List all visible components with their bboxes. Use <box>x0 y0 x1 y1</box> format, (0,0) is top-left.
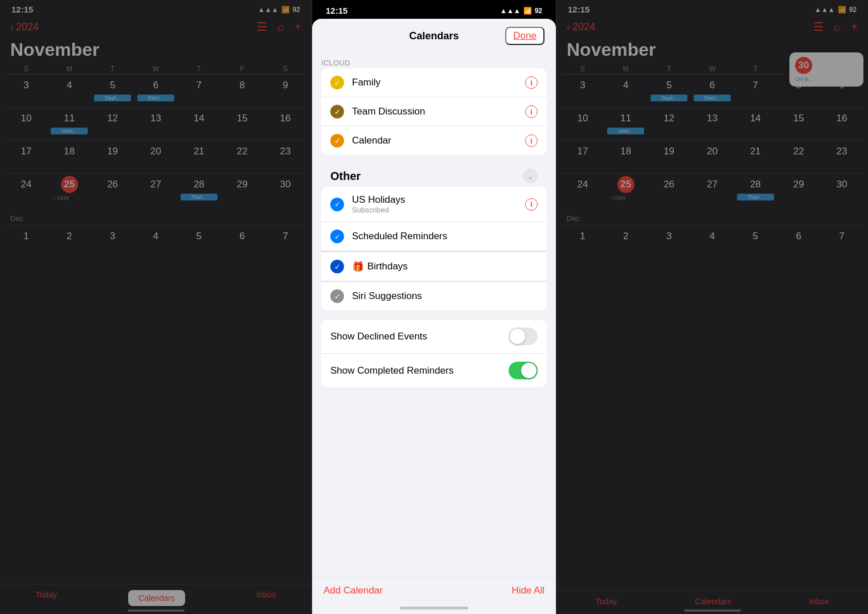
cal-cell[interactable]: 16 <box>820 108 863 140</box>
cal-cell[interactable]: 14 <box>177 108 220 140</box>
cal-cell[interactable]: 4 <box>134 226 178 258</box>
cal-cell[interactable]: 28Than... <box>734 174 777 206</box>
cal-cell[interactable]: 6Elect... <box>134 75 178 107</box>
cal-cell[interactable]: 6Elect... <box>691 75 734 107</box>
left-search-icon[interactable]: ⌕ <box>277 21 284 34</box>
cal-cell[interactable]: 29 <box>777 174 820 206</box>
cal-cell[interactable]: 10 <box>561 108 604 140</box>
cal-cell[interactable]: 1 <box>561 226 604 258</box>
cal-cell[interactable]: 7 <box>177 75 220 107</box>
left-layers-icon[interactable]: ☰ <box>257 20 267 34</box>
cal-cell[interactable]: 28Than... <box>177 174 220 206</box>
list-item-family[interactable]: ✓ Family i <box>321 68 547 97</box>
cal-cell[interactable]: 29 <box>220 174 264 206</box>
cal-cell[interactable]: 19 <box>648 141 691 173</box>
right-layers-icon[interactable]: ☰ <box>813 20 824 34</box>
tab-today-right[interactable]: Today <box>596 597 617 606</box>
cal-cell-today-right[interactable]: 25Lizzy <box>604 174 648 206</box>
cal-cell[interactable]: 23 <box>264 141 307 173</box>
cal-cell[interactable]: 15 <box>220 108 264 140</box>
cal-cell[interactable]: 2 <box>48 226 91 258</box>
cal-cell[interactable]: 10 <box>5 108 48 140</box>
list-item-calendar[interactable]: ✓ Calendar i <box>321 126 547 155</box>
cal-cell[interactable]: 18 <box>48 141 91 173</box>
cal-cell[interactable]: 11Veter... <box>604 108 648 140</box>
cal-cell[interactable]: 3 <box>5 75 48 107</box>
cal-cell[interactable]: 20 <box>134 141 178 173</box>
done-button[interactable]: Done <box>505 27 544 45</box>
declined-events-toggle[interactable] <box>509 328 538 345</box>
cal-cell[interactable]: 4 <box>48 75 91 107</box>
left-back-year[interactable]: ‹ 2024 <box>10 21 39 33</box>
cal-cell[interactable]: 5 <box>177 226 220 258</box>
cal-cell[interactable]: 6 <box>777 226 820 258</box>
cal-cell[interactable]: 27 <box>134 174 178 206</box>
list-item-birthdays[interactable]: ✓ 🎁 Birthdays <box>321 251 547 282</box>
cal-cell[interactable]: 5Dayli... <box>91 75 134 107</box>
cal-cell[interactable]: 23 <box>820 141 863 173</box>
cal-cell-today[interactable]: 25Lizzy <box>48 174 91 206</box>
cal-cell[interactable]: 17 <box>5 141 48 173</box>
cal-cell-30[interactable]: 30 30 Om B... <box>820 174 863 206</box>
cal-cell[interactable]: 30 <box>264 174 307 206</box>
tab-today-left[interactable]: Today <box>36 590 57 606</box>
list-item-siri-suggestions[interactable]: ✓ Siri Suggestions <box>321 282 547 310</box>
cal-cell[interactable]: 24 <box>561 174 604 206</box>
cal-cell[interactable]: 17 <box>561 141 604 173</box>
right-add-icon[interactable]: + <box>851 21 858 34</box>
family-info-icon[interactable]: i <box>525 76 538 89</box>
left-add-icon[interactable]: + <box>294 21 301 34</box>
completed-reminders-toggle[interactable] <box>509 362 538 379</box>
cal-cell[interactable]: 21 <box>177 141 220 173</box>
cal-cell[interactable]: 22 <box>777 141 820 173</box>
cal-cell[interactable]: 21 <box>734 141 777 173</box>
list-item-us-holidays[interactable]: ✓ US Holidays Subscribed i <box>321 187 547 222</box>
cal-cell[interactable]: 8 <box>220 75 264 107</box>
list-item-team-discussion[interactable]: ✓ Team Discussion i <box>321 97 547 126</box>
cal-cell[interactable]: 9 <box>264 75 307 107</box>
tab-calendars-left[interactable]: Calendars <box>128 590 185 606</box>
cal-cell[interactable]: 1 <box>5 226 48 258</box>
cal-cell[interactable]: 4 <box>604 75 648 107</box>
cal-cell[interactable]: 7 <box>820 226 863 258</box>
hide-all-button[interactable]: Hide All <box>511 585 544 596</box>
us-holidays-info-icon[interactable]: i <box>525 198 538 211</box>
cal-cell[interactable]: 7 <box>734 75 777 107</box>
cal-cell[interactable]: 13 <box>134 108 178 140</box>
other-chevron[interactable]: ⌄ <box>523 169 538 183</box>
tab-calendars-right[interactable]: Calendars <box>695 597 731 606</box>
tab-inbox-left[interactable]: Inbox <box>256 590 276 606</box>
cal-cell[interactable]: 12 <box>648 108 691 140</box>
cal-cell[interactable]: 5 <box>734 226 777 258</box>
cal-cell[interactable]: 15 <box>777 108 820 140</box>
calendar-info-icon[interactable]: i <box>525 134 538 147</box>
cal-cell[interactable]: 5Dayli... <box>648 75 691 107</box>
cal-cell[interactable]: 7 <box>264 226 307 258</box>
cal-cell[interactable]: 11Veter... <box>48 108 91 140</box>
cal-cell[interactable]: 22 <box>220 141 264 173</box>
cal-cell[interactable]: 3 <box>91 226 134 258</box>
cal-cell[interactable]: 24 <box>5 174 48 206</box>
popup-event: Om B... <box>795 76 858 82</box>
cal-cell[interactable]: 4 <box>691 226 734 258</box>
cal-cell[interactable]: 19 <box>91 141 134 173</box>
cal-cell[interactable]: 3 <box>648 226 691 258</box>
cal-cell[interactable]: 26 <box>648 174 691 206</box>
cal-cell[interactable]: 18 <box>604 141 648 173</box>
cal-cell[interactable]: 20 <box>691 141 734 173</box>
tab-inbox-right[interactable]: Inbox <box>809 597 829 606</box>
add-calendar-button[interactable]: Add Calendar <box>324 585 383 596</box>
cal-cell[interactable]: 3 <box>561 75 604 107</box>
cal-cell[interactable]: 6 <box>220 226 264 258</box>
right-back-year[interactable]: ‹ 2024 <box>567 21 595 33</box>
right-search-icon[interactable]: ⌕ <box>834 21 841 34</box>
cal-cell[interactable]: 12 <box>91 108 134 140</box>
cal-cell[interactable]: 27 <box>691 174 734 206</box>
cal-cell[interactable]: 14 <box>734 108 777 140</box>
cal-cell[interactable]: 13 <box>691 108 734 140</box>
team-info-icon[interactable]: i <box>525 105 538 118</box>
list-item-scheduled-reminders[interactable]: ✓ Scheduled Reminders <box>321 222 547 251</box>
cal-cell[interactable]: 26 <box>91 174 134 206</box>
cal-cell[interactable]: 2 <box>604 226 648 258</box>
cal-cell[interactable]: 16 <box>264 108 307 140</box>
